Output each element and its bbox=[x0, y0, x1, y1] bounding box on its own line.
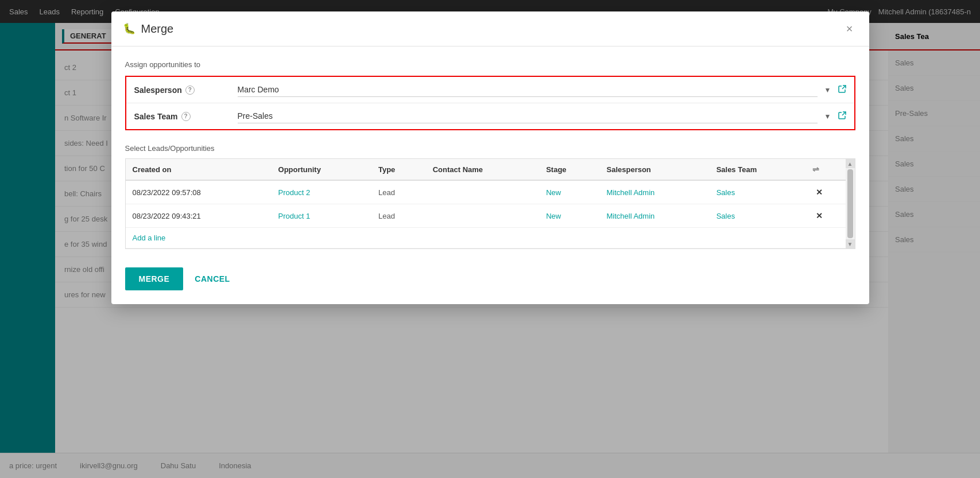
salesperson-input[interactable] bbox=[238, 83, 818, 97]
table-row-0: 08/23/2022 09:57:08 Product 2 Lead New M… bbox=[126, 180, 855, 204]
cell-salesperson-1: Mitchell Admin bbox=[599, 204, 709, 228]
cell-created-on-1: 08/23/2022 09:43:21 bbox=[126, 204, 272, 228]
cell-stage-0: New bbox=[539, 180, 599, 204]
col-created-on: Created on bbox=[126, 159, 272, 180]
table-settings-icon[interactable]: ⇌ bbox=[812, 165, 819, 174]
salesperson-external-link-icon[interactable] bbox=[838, 85, 846, 95]
sales-team-label: Sales Team ? bbox=[134, 112, 238, 121]
scroll-thumb[interactable] bbox=[847, 169, 853, 238]
col-opportunity: Opportunity bbox=[272, 159, 371, 180]
assign-section-label: Assign opportunities to bbox=[125, 60, 855, 69]
scroll-up-arrow[interactable]: ▲ bbox=[846, 159, 855, 168]
add-line-row: Add a line bbox=[126, 228, 855, 248]
cell-opportunity-0[interactable]: Product 2 bbox=[272, 180, 371, 204]
merge-icon: 🐛 bbox=[123, 22, 135, 35]
table-header-row: Created on Opportunity Type Contact Name… bbox=[126, 159, 855, 180]
cell-sales-team-1: Sales bbox=[710, 204, 806, 228]
modal-footer: MERGE CANCEL bbox=[111, 258, 869, 304]
add-line-cell: Add a line bbox=[126, 228, 855, 248]
col-contact-name: Contact Name bbox=[426, 159, 540, 180]
cell-stage-1: New bbox=[539, 204, 599, 228]
remove-row-1-button[interactable]: ✕ bbox=[812, 210, 826, 221]
table-scrollbar[interactable]: ▲ ▼ bbox=[846, 159, 855, 248]
table-row-1: 08/23/2022 09:43:21 Product 1 Lead New M… bbox=[126, 204, 855, 228]
cell-contact-0 bbox=[426, 180, 540, 204]
cell-sales-team-0: Sales bbox=[710, 180, 806, 204]
cancel-button[interactable]: CANCEL bbox=[190, 267, 234, 290]
col-type: Type bbox=[371, 159, 426, 180]
sales-team-input[interactable] bbox=[238, 109, 818, 123]
merge-button[interactable]: MERGE bbox=[125, 267, 184, 290]
salesperson-dropdown-button[interactable]: ▼ bbox=[822, 86, 834, 94]
salesperson-help-icon[interactable]: ? bbox=[185, 86, 195, 95]
leads-table: Created on Opportunity Type Contact Name… bbox=[126, 159, 855, 248]
col-sales-team: Sales Team bbox=[710, 159, 806, 180]
leads-table-wrapper: Created on Opportunity Type Contact Name… bbox=[125, 158, 855, 249]
cell-created-on-0: 08/23/2022 09:57:08 bbox=[126, 180, 272, 204]
modal-title: Merge bbox=[141, 22, 836, 36]
sales-team-external-link-icon[interactable] bbox=[838, 111, 846, 121]
cell-contact-1 bbox=[426, 204, 540, 228]
sales-team-row: Sales Team ? ▼ bbox=[126, 103, 854, 129]
salesperson-row: Salesperson ? ▼ bbox=[126, 77, 854, 103]
cell-salesperson-0: Mitchell Admin bbox=[599, 180, 709, 204]
col-salesperson: Salesperson bbox=[599, 159, 709, 180]
cell-type-0: Lead bbox=[371, 180, 426, 204]
sales-team-help-icon[interactable]: ? bbox=[181, 112, 191, 121]
cell-opportunity-1[interactable]: Product 1 bbox=[272, 204, 371, 228]
salesperson-label: Salesperson ? bbox=[134, 86, 238, 95]
cell-type-1: Lead bbox=[371, 204, 426, 228]
sales-team-value-area: ▼ bbox=[238, 109, 846, 123]
assign-box: Salesperson ? ▼ bbox=[125, 76, 855, 130]
col-stage: Stage bbox=[539, 159, 599, 180]
modal-header: 🐛 Merge × bbox=[111, 11, 869, 46]
salesperson-value-area: ▼ bbox=[238, 83, 846, 97]
remove-row-0-button[interactable]: ✕ bbox=[812, 186, 826, 198]
add-line-link[interactable]: Add a line bbox=[126, 228, 173, 248]
merge-modal: 🐛 Merge × Assign opportunities to Salesp… bbox=[111, 11, 869, 304]
sales-team-dropdown-button[interactable]: ▼ bbox=[822, 112, 834, 121]
modal-body: Assign opportunities to Salesperson ? ▼ bbox=[111, 46, 869, 258]
leads-section-label: Select Leads/Opportunities bbox=[125, 144, 855, 153]
close-button[interactable]: × bbox=[842, 21, 858, 37]
scroll-down-arrow[interactable]: ▼ bbox=[846, 239, 855, 248]
